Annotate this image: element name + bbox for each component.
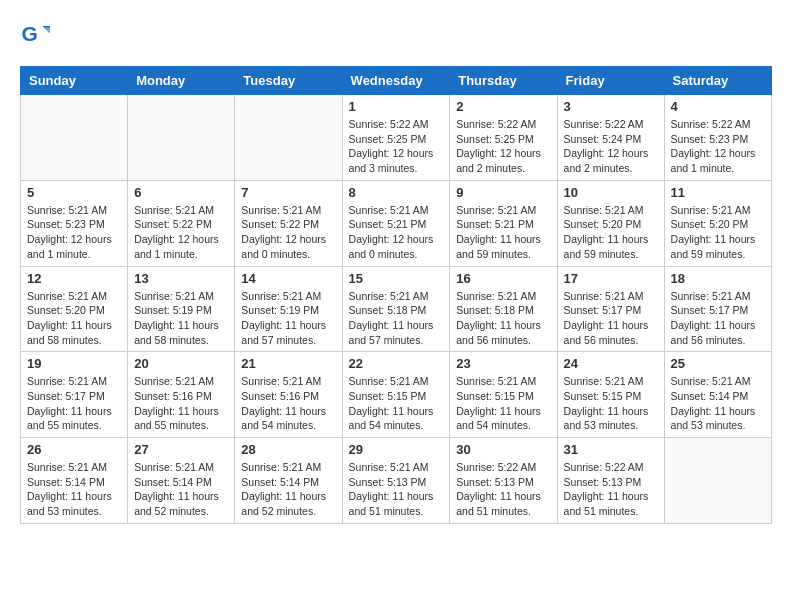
- day-info: Sunrise: 5:21 AM Sunset: 5:17 PM Dayligh…: [671, 289, 765, 348]
- day-info: Sunrise: 5:21 AM Sunset: 5:15 PM Dayligh…: [349, 374, 444, 433]
- logo: G: [20, 20, 54, 50]
- week-row-1: 1Sunrise: 5:22 AM Sunset: 5:25 PM Daylig…: [21, 95, 772, 181]
- svg-text:G: G: [22, 22, 38, 45]
- day-info: Sunrise: 5:22 AM Sunset: 5:23 PM Dayligh…: [671, 117, 765, 176]
- day-info: Sunrise: 5:22 AM Sunset: 5:25 PM Dayligh…: [349, 117, 444, 176]
- calendar-cell: 18Sunrise: 5:21 AM Sunset: 5:17 PM Dayli…: [664, 266, 771, 352]
- weekday-header-thursday: Thursday: [450, 67, 557, 95]
- calendar-cell: 26Sunrise: 5:21 AM Sunset: 5:14 PM Dayli…: [21, 438, 128, 524]
- calendar-cell: 30Sunrise: 5:22 AM Sunset: 5:13 PM Dayli…: [450, 438, 557, 524]
- calendar-cell: 6Sunrise: 5:21 AM Sunset: 5:22 PM Daylig…: [128, 180, 235, 266]
- day-number: 30: [456, 442, 550, 457]
- weekday-header-wednesday: Wednesday: [342, 67, 450, 95]
- day-number: 19: [27, 356, 121, 371]
- weekday-header-saturday: Saturday: [664, 67, 771, 95]
- calendar-cell: 27Sunrise: 5:21 AM Sunset: 5:14 PM Dayli…: [128, 438, 235, 524]
- calendar-cell: 11Sunrise: 5:21 AM Sunset: 5:20 PM Dayli…: [664, 180, 771, 266]
- calendar-cell: 13Sunrise: 5:21 AM Sunset: 5:19 PM Dayli…: [128, 266, 235, 352]
- calendar-cell: 10Sunrise: 5:21 AM Sunset: 5:20 PM Dayli…: [557, 180, 664, 266]
- weekday-header-monday: Monday: [128, 67, 235, 95]
- day-number: 24: [564, 356, 658, 371]
- day-number: 12: [27, 271, 121, 286]
- calendar-cell: 5Sunrise: 5:21 AM Sunset: 5:23 PM Daylig…: [21, 180, 128, 266]
- day-info: Sunrise: 5:21 AM Sunset: 5:20 PM Dayligh…: [564, 203, 658, 262]
- day-info: Sunrise: 5:21 AM Sunset: 5:15 PM Dayligh…: [456, 374, 550, 433]
- day-info: Sunrise: 5:21 AM Sunset: 5:14 PM Dayligh…: [134, 460, 228, 519]
- weekday-header-sunday: Sunday: [21, 67, 128, 95]
- calendar-cell: 28Sunrise: 5:21 AM Sunset: 5:14 PM Dayli…: [235, 438, 342, 524]
- calendar-cell: [235, 95, 342, 181]
- header: G: [20, 20, 772, 50]
- calendar-cell: 15Sunrise: 5:21 AM Sunset: 5:18 PM Dayli…: [342, 266, 450, 352]
- week-row-4: 19Sunrise: 5:21 AM Sunset: 5:17 PM Dayli…: [21, 352, 772, 438]
- calendar-cell: 17Sunrise: 5:21 AM Sunset: 5:17 PM Dayli…: [557, 266, 664, 352]
- calendar-cell: 31Sunrise: 5:22 AM Sunset: 5:13 PM Dayli…: [557, 438, 664, 524]
- week-row-2: 5Sunrise: 5:21 AM Sunset: 5:23 PM Daylig…: [21, 180, 772, 266]
- day-info: Sunrise: 5:21 AM Sunset: 5:18 PM Dayligh…: [456, 289, 550, 348]
- day-number: 25: [671, 356, 765, 371]
- day-info: Sunrise: 5:21 AM Sunset: 5:22 PM Dayligh…: [241, 203, 335, 262]
- day-number: 29: [349, 442, 444, 457]
- day-number: 11: [671, 185, 765, 200]
- svg-marker-2: [44, 28, 50, 34]
- day-number: 7: [241, 185, 335, 200]
- day-number: 14: [241, 271, 335, 286]
- calendar-cell: 9Sunrise: 5:21 AM Sunset: 5:21 PM Daylig…: [450, 180, 557, 266]
- day-info: Sunrise: 5:21 AM Sunset: 5:20 PM Dayligh…: [27, 289, 121, 348]
- day-info: Sunrise: 5:21 AM Sunset: 5:18 PM Dayligh…: [349, 289, 444, 348]
- day-number: 4: [671, 99, 765, 114]
- day-number: 16: [456, 271, 550, 286]
- calendar-cell: 25Sunrise: 5:21 AM Sunset: 5:14 PM Dayli…: [664, 352, 771, 438]
- day-number: 8: [349, 185, 444, 200]
- day-info: Sunrise: 5:21 AM Sunset: 5:17 PM Dayligh…: [564, 289, 658, 348]
- day-info: Sunrise: 5:22 AM Sunset: 5:25 PM Dayligh…: [456, 117, 550, 176]
- day-number: 2: [456, 99, 550, 114]
- weekday-header-friday: Friday: [557, 67, 664, 95]
- calendar-cell: 1Sunrise: 5:22 AM Sunset: 5:25 PM Daylig…: [342, 95, 450, 181]
- weekday-header-tuesday: Tuesday: [235, 67, 342, 95]
- calendar-header: SundayMondayTuesdayWednesdayThursdayFrid…: [21, 67, 772, 95]
- weekday-header-row: SundayMondayTuesdayWednesdayThursdayFrid…: [21, 67, 772, 95]
- day-number: 10: [564, 185, 658, 200]
- day-info: Sunrise: 5:22 AM Sunset: 5:24 PM Dayligh…: [564, 117, 658, 176]
- day-info: Sunrise: 5:21 AM Sunset: 5:16 PM Dayligh…: [134, 374, 228, 433]
- week-row-3: 12Sunrise: 5:21 AM Sunset: 5:20 PM Dayli…: [21, 266, 772, 352]
- day-number: 1: [349, 99, 444, 114]
- day-number: 17: [564, 271, 658, 286]
- calendar-cell: 19Sunrise: 5:21 AM Sunset: 5:17 PM Dayli…: [21, 352, 128, 438]
- day-info: Sunrise: 5:21 AM Sunset: 5:20 PM Dayligh…: [671, 203, 765, 262]
- calendar-cell: 20Sunrise: 5:21 AM Sunset: 5:16 PM Dayli…: [128, 352, 235, 438]
- day-number: 28: [241, 442, 335, 457]
- calendar-body: 1Sunrise: 5:22 AM Sunset: 5:25 PM Daylig…: [21, 95, 772, 524]
- calendar-cell: 7Sunrise: 5:21 AM Sunset: 5:22 PM Daylig…: [235, 180, 342, 266]
- calendar-cell: 21Sunrise: 5:21 AM Sunset: 5:16 PM Dayli…: [235, 352, 342, 438]
- day-number: 26: [27, 442, 121, 457]
- day-number: 13: [134, 271, 228, 286]
- day-info: Sunrise: 5:21 AM Sunset: 5:14 PM Dayligh…: [27, 460, 121, 519]
- day-info: Sunrise: 5:21 AM Sunset: 5:19 PM Dayligh…: [241, 289, 335, 348]
- day-number: 5: [27, 185, 121, 200]
- calendar-cell: 8Sunrise: 5:21 AM Sunset: 5:21 PM Daylig…: [342, 180, 450, 266]
- calendar-cell: 12Sunrise: 5:21 AM Sunset: 5:20 PM Dayli…: [21, 266, 128, 352]
- calendar-cell: 4Sunrise: 5:22 AM Sunset: 5:23 PM Daylig…: [664, 95, 771, 181]
- calendar-cell: 16Sunrise: 5:21 AM Sunset: 5:18 PM Dayli…: [450, 266, 557, 352]
- logo-icon: G: [20, 20, 50, 50]
- day-number: 18: [671, 271, 765, 286]
- day-number: 21: [241, 356, 335, 371]
- day-number: 3: [564, 99, 658, 114]
- day-info: Sunrise: 5:21 AM Sunset: 5:17 PM Dayligh…: [27, 374, 121, 433]
- day-number: 23: [456, 356, 550, 371]
- day-info: Sunrise: 5:21 AM Sunset: 5:22 PM Dayligh…: [134, 203, 228, 262]
- day-info: Sunrise: 5:21 AM Sunset: 5:19 PM Dayligh…: [134, 289, 228, 348]
- week-row-5: 26Sunrise: 5:21 AM Sunset: 5:14 PM Dayli…: [21, 438, 772, 524]
- day-info: Sunrise: 5:21 AM Sunset: 5:23 PM Dayligh…: [27, 203, 121, 262]
- day-number: 31: [564, 442, 658, 457]
- calendar-cell: [21, 95, 128, 181]
- day-info: Sunrise: 5:21 AM Sunset: 5:14 PM Dayligh…: [241, 460, 335, 519]
- day-number: 6: [134, 185, 228, 200]
- calendar-cell: [128, 95, 235, 181]
- calendar-cell: 22Sunrise: 5:21 AM Sunset: 5:15 PM Dayli…: [342, 352, 450, 438]
- day-number: 15: [349, 271, 444, 286]
- calendar-cell: 14Sunrise: 5:21 AM Sunset: 5:19 PM Dayli…: [235, 266, 342, 352]
- day-number: 22: [349, 356, 444, 371]
